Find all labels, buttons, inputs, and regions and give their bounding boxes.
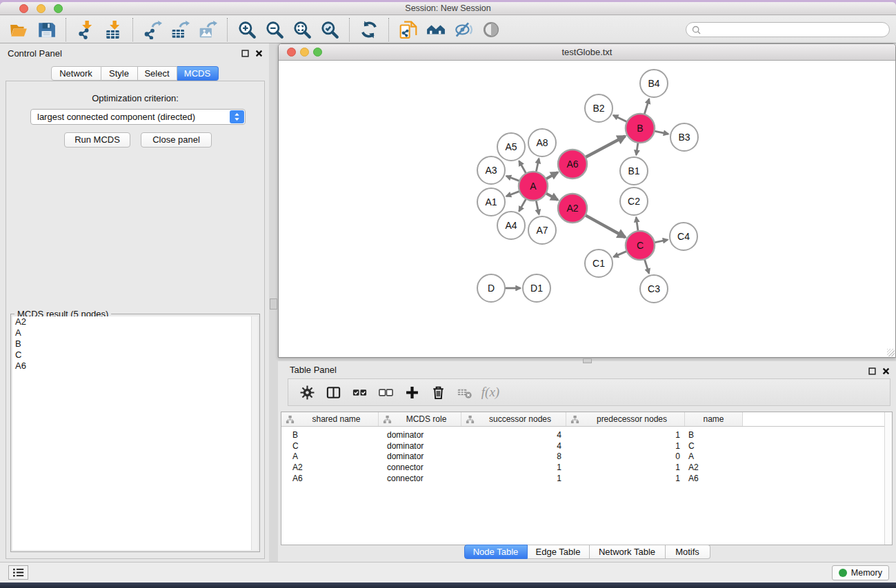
tab-mcds[interactable]: MCDS [177,66,219,81]
save-session-button[interactable] [32,18,60,41]
table-row[interactable]: Adominator80A [281,452,884,463]
network-overview-button[interactable] [422,18,450,41]
network-canvas[interactable]: B4B2BB3A8A5A6A3B1AA1C2A2A4A7C4CC1C3DD1 [279,61,895,357]
zoom-traffic-light[interactable] [54,4,63,13]
unselect-all-columns-button[interactable] [372,382,399,403]
graph-edge-C-C3[interactable] [644,259,649,274]
network-zoom-traffic-light[interactable] [313,48,322,57]
table-cell[interactable]: A2 [281,463,379,472]
delete-column-button[interactable] [425,382,451,403]
table-settings-button[interactable] [294,382,320,403]
table-cell[interactable]: 1 [461,474,566,483]
criterion-dropdown[interactable]: largest connected component (directed) [30,109,246,125]
graph-edge-A-A1[interactable] [506,191,519,196]
select-all-columns-button[interactable] [346,382,372,403]
graph-edge-C-C1[interactable] [614,251,627,256]
table-cell[interactable]: 8 [461,452,566,461]
float-table-panel-icon[interactable] [868,367,876,375]
add-column-button[interactable] [399,382,425,403]
duplicate-network-button[interactable] [395,18,422,41]
open-session-button[interactable] [5,18,32,41]
table-cell[interactable]: C [281,441,379,451]
graph-edge-B-B4[interactable] [644,99,649,114]
horizontal-split-handle[interactable] [583,358,592,363]
close-traffic-light[interactable] [19,4,28,13]
table-cell[interactable]: B [685,430,743,440]
graph-edge-C-C4[interactable] [655,240,668,243]
table-cell[interactable]: 1 [566,441,685,451]
column-header-shared-name[interactable]: shared name [281,412,379,426]
table-cell[interactable]: 1 [566,430,685,440]
import-network-button[interactable] [72,18,99,41]
table-cell[interactable]: 4 [461,441,566,451]
minimize-traffic-light[interactable] [37,4,46,13]
close-panel-icon[interactable] [255,50,263,57]
tab-network[interactable]: Network [51,66,101,81]
zoom-selected-button[interactable] [316,18,344,41]
table-cell[interactable]: 0 [566,452,685,461]
graph-edge-A-A8[interactable] [536,159,539,172]
table-cell[interactable]: A [281,452,379,461]
resize-grip-icon[interactable] [887,349,895,356]
graph-edge-B-B3[interactable] [655,131,668,134]
table-cell[interactable]: connector [379,463,461,472]
export-image-button[interactable] [194,18,221,41]
table-cell[interactable]: 4 [461,430,566,440]
table-cell[interactable]: 1 [566,463,685,472]
table-row[interactable]: Bdominator41B [281,429,884,440]
show-graphics-details-button[interactable] [477,18,505,41]
graph-edge-A-A4[interactable] [519,199,526,211]
tab-style[interactable]: Style [101,66,138,81]
delete-table-button[interactable] [451,382,477,403]
table-cell[interactable]: dominator [379,441,461,451]
close-table-panel-icon[interactable] [882,367,890,375]
table-cell[interactable]: C [685,441,743,451]
mcds-result-list[interactable]: A2ABCA6 [12,316,258,550]
mcds-result-item[interactable]: A6 [12,361,258,372]
mcds-result-item[interactable]: A2 [12,316,258,327]
network-minimize-traffic-light[interactable] [300,48,309,57]
table-cell[interactable]: A6 [685,474,743,483]
fx-button[interactable]: f(x) [477,382,504,403]
column-header-MCDS-role[interactable]: MCDS role [379,412,461,426]
table-cell[interactable]: dominator [379,452,461,461]
task-history-button[interactable] [8,565,28,580]
column-header-name[interactable]: name [685,412,743,426]
zoom-out-button[interactable] [261,18,288,41]
tab-node-table[interactable]: Node Table [464,545,528,559]
float-panel-icon[interactable] [241,50,249,57]
graph-edge-A-A2[interactable] [546,193,557,200]
main-titlebar[interactable]: Session: New Session [0,2,896,15]
tab-network-table[interactable]: Network Table [590,545,666,559]
network-graph[interactable]: B4B2BB3A8A5A6A3B1AA1C2A2A4A7C4CC1C3DD1 [279,61,895,357]
graph-edge-A-A6[interactable] [546,172,557,179]
network-window-titlebar[interactable]: testGlobe.txt [279,44,895,61]
table-cell[interactable]: 1 [461,463,566,472]
table-cell[interactable]: A [685,452,743,461]
zoom-in-button[interactable] [233,18,261,41]
apply-preferred-layout-button[interactable] [355,18,383,41]
table-cell[interactable]: A6 [281,474,379,483]
graph-edge-A2-C[interactable] [585,215,625,237]
table-row[interactable]: Cdominator41C [281,440,884,452]
graph-edge-B-B1[interactable] [636,143,638,155]
memory-button[interactable]: Memory [832,565,889,580]
tab-motifs[interactable]: Motifs [666,545,710,559]
result-list-scrollbar[interactable] [251,316,258,550]
graph-edge-C-C2[interactable] [636,217,638,231]
table-cell[interactable]: 1 [566,474,685,483]
import-table-button[interactable] [99,18,127,41]
mcds-result-item[interactable]: C [12,349,258,361]
mcds-result-item[interactable]: A [12,327,258,338]
graph-edge-A-A5[interactable] [519,161,526,173]
column-header-successor-nodes[interactable]: successor nodes [461,412,566,426]
search-input[interactable] [704,25,884,34]
mcds-result-item[interactable]: B [12,338,258,349]
export-table-button[interactable] [166,18,194,41]
column-header-predecessor-nodes[interactable]: predecessor nodes [566,412,685,426]
table-scrollbar[interactable] [884,412,892,545]
graph-edge-A-A7[interactable] [536,201,539,214]
tab-edge-table[interactable]: Edge Table [528,545,590,559]
close-panel-button[interactable]: Close panel [141,132,212,148]
table-row[interactable]: A2connector11A2 [281,462,884,473]
